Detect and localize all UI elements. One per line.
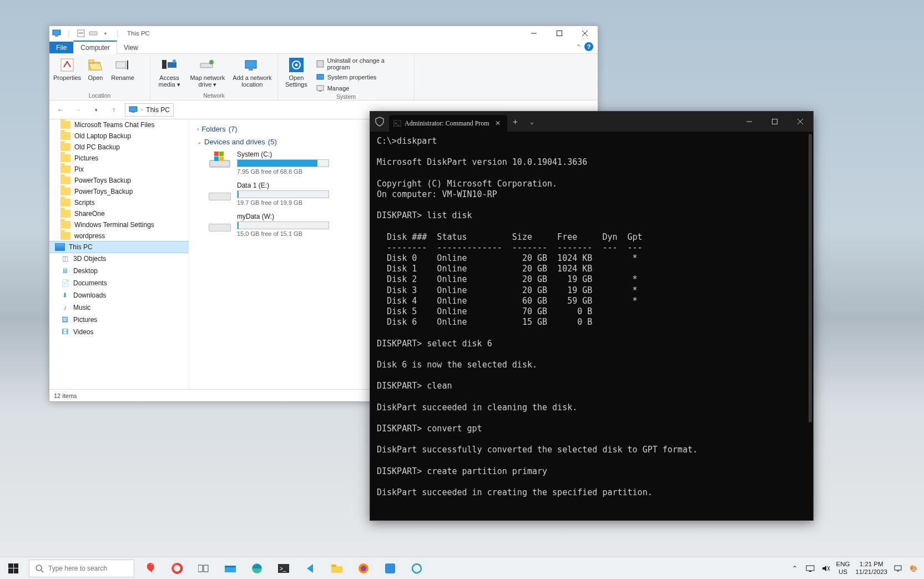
drive-name: myData (W:)	[237, 213, 329, 220]
explorer-titlebar[interactable]: | ▾ | This PC	[49, 26, 598, 41]
nav-folder-item[interactable]: Microsoft Teams Chat Files	[49, 119, 189, 130]
taskbar-firefox-icon[interactable]	[351, 557, 376, 580]
svg-rect-3	[79, 33, 83, 33]
maximize-button[interactable]	[547, 26, 572, 41]
taskbar-cortana-icon[interactable]: ⭕	[164, 557, 190, 580]
collapse-ribbon-icon[interactable]: ⌃	[576, 43, 581, 51]
terminal-content[interactable]: C:\>diskpart Microsoft DiskPart version …	[370, 132, 813, 520]
taskbar: Type here to search 🎈 ⭕ >_ ⌃ ENG US 1:21…	[0, 557, 924, 579]
tab-file[interactable]: File	[49, 42, 73, 53]
terminal-tab-close-button[interactable]: ✕	[493, 118, 503, 129]
taskbar-app-teal-icon[interactable]	[404, 557, 430, 580]
taskbar-app-blue-icon[interactable]	[377, 557, 403, 580]
manage-button[interactable]: Manage	[314, 83, 411, 93]
terminal-new-tab-button[interactable]: ＋	[507, 113, 524, 130]
terminal-minimize-button[interactable]	[736, 112, 762, 131]
add-location-icon	[244, 57, 260, 73]
terminal-tab-dropdown[interactable]: ⌄	[524, 113, 541, 130]
taskbar-vscode-icon[interactable]	[297, 557, 323, 580]
nav-module-item[interactable]: 📄Documents	[49, 277, 189, 289]
nav-back-button[interactable]: ←	[54, 103, 67, 117]
drive-icon	[208, 150, 231, 169]
rename-button[interactable]: Rename	[109, 56, 136, 81]
svg-text:>_: >_	[395, 121, 400, 126]
folder-icon	[60, 132, 70, 140]
qat-drive-icon[interactable]	[88, 28, 98, 38]
uninstall-icon	[316, 59, 325, 68]
access-media-button[interactable]: Access media ▾	[154, 56, 185, 88]
windows-logo-icon	[8, 563, 18, 573]
add-network-location-button[interactable]: Add a network location	[230, 56, 274, 88]
terminal-maximize-button[interactable]	[762, 112, 787, 131]
taskbar-taskview-icon[interactable]	[191, 557, 216, 580]
minimize-button[interactable]	[521, 26, 547, 41]
terminal-scrollbar[interactable]	[809, 134, 812, 422]
nav-folder-item[interactable]: Old PC Backup	[49, 142, 189, 153]
tray-clock[interactable]: 1:21 PM 11/21/2023	[855, 561, 887, 575]
nav-folder-item[interactable]: PowerToys Backup	[49, 175, 189, 186]
terminal-titlebar[interactable]: >_ Administrator: Command Prom ✕ ＋ ⌄	[370, 112, 813, 132]
taskbar-news-icon[interactable]: 🎈	[138, 557, 163, 580]
svg-rect-20	[249, 69, 253, 71]
qat-properties-icon[interactable]	[76, 28, 86, 38]
address-crumb[interactable]: This PC	[146, 106, 170, 114]
nav-up-button[interactable]: ↑	[107, 103, 120, 117]
nav-module-item[interactable]: ⬇Downloads	[49, 289, 189, 301]
tray-volume-icon[interactable]	[821, 563, 831, 573]
terminal-close-button[interactable]	[787, 112, 813, 131]
taskbar-search[interactable]: Type here to search	[29, 560, 134, 577]
nav-forward-button[interactable]: →	[72, 103, 85, 117]
nav-this-pc[interactable]: This PC	[49, 241, 189, 253]
drive-subtext: 7.95 GB free of 68.8 GB	[237, 168, 329, 175]
tray-language[interactable]: ENG US	[836, 561, 850, 575]
drive-subtext: 19.7 GB free of 19.9 GB	[237, 199, 329, 206]
start-button[interactable]	[0, 557, 27, 580]
rename-icon	[114, 57, 131, 73]
tray-notifications-icon[interactable]	[893, 563, 903, 573]
qat-dropdown-icon[interactable]: ▾	[100, 28, 110, 38]
nav-module-item[interactable]: 🎞Videos	[49, 326, 189, 338]
help-icon[interactable]: ?	[584, 42, 593, 51]
tray-chevron-up-icon[interactable]: ⌃	[790, 563, 800, 573]
nav-folder-item[interactable]: Windows Terminal Settings	[49, 219, 189, 230]
nav-folder-item[interactable]: ShareOne	[49, 208, 189, 219]
nav-module-item[interactable]: 🖼Pictures	[49, 314, 189, 326]
svg-rect-29	[132, 112, 135, 113]
svg-rect-14	[162, 60, 166, 69]
tab-view[interactable]: View	[117, 42, 145, 53]
svg-rect-13	[127, 61, 128, 69]
nav-recent-dropdown[interactable]: ▾	[89, 103, 103, 117]
system-properties-button[interactable]: System properties	[314, 72, 411, 82]
terminal-tab[interactable]: >_ Administrator: Command Prom ✕	[389, 115, 507, 132]
taskbar-terminal-icon[interactable]: >_	[271, 557, 296, 580]
map-drive-button[interactable]: Map network drive ▾	[187, 56, 228, 88]
tray-extra-icon[interactable]: 🎨	[908, 563, 918, 573]
tab-computer[interactable]: Computer	[73, 41, 117, 54]
nav-folder-item[interactable]: PowerToys_Backup	[49, 186, 189, 197]
nav-module-item[interactable]: 🖥Desktop	[49, 265, 189, 277]
pc-icon	[55, 243, 65, 251]
nav-folder-item[interactable]: wordpress	[49, 230, 189, 241]
nav-module-item[interactable]: ◫3D Objects	[49, 253, 189, 265]
taskbar-files-icon[interactable]	[324, 557, 350, 580]
ribbon: Properties Open Rename Location Access m…	[49, 54, 598, 100]
address-input[interactable]: › This PC	[125, 103, 174, 117]
qat-separator-2: |	[113, 28, 123, 38]
properties-button[interactable]: Properties	[53, 56, 82, 81]
close-button[interactable]	[572, 26, 598, 41]
nav-folder-item[interactable]: Scripts	[49, 197, 189, 208]
nav-folder-item[interactable]: Pix	[49, 164, 189, 175]
nav-module-item[interactable]: ♪Music	[49, 301, 189, 314]
navigation-pane[interactable]: Microsoft Teams Chat FilesOld Laptop Bac…	[49, 119, 189, 389]
taskbar-edge-icon[interactable]	[244, 557, 270, 580]
group-network-label: Network	[150, 92, 277, 100]
uninstall-program-button[interactable]: Uninstall or change a program	[314, 57, 411, 71]
tray-network-icon[interactable]	[805, 563, 815, 573]
address-pc-icon	[129, 106, 138, 113]
nav-folder-item[interactable]: Pictures	[49, 153, 189, 164]
taskbar-explorer-icon[interactable]	[218, 557, 243, 580]
open-settings-button[interactable]: Open Settings	[281, 56, 311, 88]
folder-icon	[60, 177, 70, 184]
open-button[interactable]: Open	[84, 56, 107, 81]
nav-folder-item[interactable]: Old Laptop Backup	[49, 130, 189, 142]
